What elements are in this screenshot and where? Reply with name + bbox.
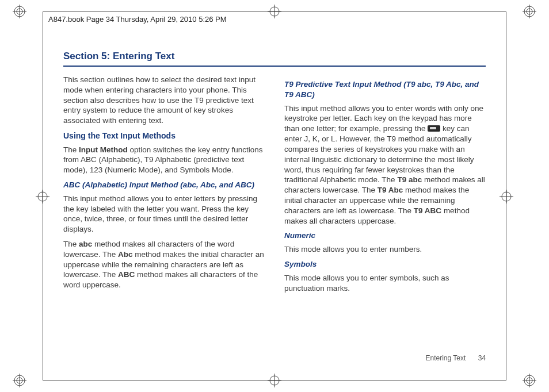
svg-point-19 (502, 192, 511, 201)
heading-t9-method: T9 Predictive Text Input Method (T9 abc,… (284, 79, 486, 100)
svg-point-16 (38, 192, 47, 201)
intro-paragraph: This section outlines how to select the … (63, 75, 265, 126)
page-footer: Entering Text 34 (425, 354, 486, 362)
svg-point-13 (527, 378, 532, 383)
heading-numeric: Numeric (284, 230, 486, 241)
right-column: T9 Predictive Text Input Method (T9 abc,… (284, 75, 486, 298)
svg-point-12 (524, 375, 535, 386)
page-body: Section 5: Entering Text This section ou… (63, 51, 486, 352)
footer-section-name: Entering Text (425, 354, 466, 362)
svg-point-25 (270, 376, 279, 385)
svg-point-22 (270, 7, 279, 16)
left-column: This section outlines how to select the … (63, 75, 265, 298)
crop-mark-icon (268, 5, 281, 18)
key-5-icon (428, 125, 440, 132)
crop-mark-icon (500, 190, 513, 203)
heading-symbols: Symbols (284, 259, 486, 270)
crop-mark-icon (36, 190, 49, 203)
heading-using-input-methods: Using the Text Input Methods (63, 130, 265, 141)
svg-point-0 (14, 6, 25, 17)
heading-abc-method: ABC (Alphabetic) Input Method (abc, Abc,… (63, 180, 265, 190)
abc-desc-paragraph: This input method allows you to enter le… (63, 194, 265, 235)
doc-header: A847.book Page 34 Thursday, April 29, 20… (48, 15, 227, 24)
crop-mark-icon (268, 374, 281, 387)
svg-point-5 (527, 9, 532, 14)
section-title: Section 5: Entering Text (63, 51, 486, 67)
numeric-paragraph: This mode allows you to enter numbers. (284, 244, 486, 255)
registration-mark-icon (523, 5, 536, 18)
svg-point-4 (524, 6, 535, 17)
svg-point-8 (14, 375, 25, 386)
input-method-paragraph: The Input Method option switches the key… (63, 145, 265, 175)
svg-point-9 (17, 378, 22, 383)
registration-mark-icon (523, 374, 536, 387)
registration-mark-icon (13, 374, 26, 387)
symbols-paragraph: This mode allows you to enter symbols, s… (284, 273, 486, 294)
footer-page-number: 34 (478, 354, 486, 362)
svg-point-1 (17, 9, 22, 14)
abc-variants-paragraph: The abc method makes all characters of t… (63, 239, 265, 290)
registration-mark-icon (13, 5, 26, 18)
t9-desc-paragraph: This input method allows you to enter wo… (284, 103, 486, 226)
